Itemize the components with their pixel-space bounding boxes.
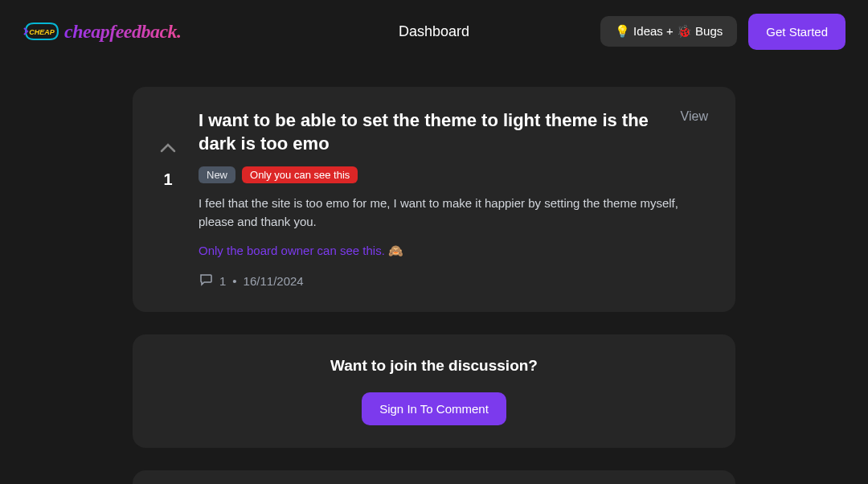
badges: New Only you can see this (199, 166, 708, 183)
comment-icon (199, 273, 213, 289)
get-started-button[interactable]: Get Started (748, 14, 845, 50)
post-header: I want to be able to set the theme to li… (199, 109, 708, 155)
owner-note: Only the board owner can see this. 🙈 (199, 244, 708, 258)
logo[interactable]: CHEAP cheapfeedback. (23, 17, 182, 46)
badge-private: Only you can see this (242, 166, 358, 183)
content: 1 I want to be able to set the theme to … (133, 63, 735, 484)
signin-comment-button[interactable]: Sign In To Comment (362, 392, 506, 425)
badge-new: New (199, 166, 235, 183)
post-title: I want to be able to set the theme to li… (199, 109, 681, 155)
discussion-card: Want to join the discussion? Sign In To … (133, 334, 735, 448)
post-date: 16/11/2024 (244, 274, 304, 288)
reply-card: I think this is a fantastic idea, thank … (133, 470, 735, 484)
post-content: I want to be able to set the theme to li… (199, 109, 708, 289)
discussion-title: Want to join the discussion? (160, 357, 708, 375)
svg-text:CHEAP: CHEAP (29, 28, 55, 36)
nav-dashboard[interactable]: Dashboard (399, 23, 469, 40)
header: CHEAP cheapfeedback. Dashboard 💡 Ideas +… (0, 0, 868, 63)
post-card: 1 I want to be able to set the theme to … (133, 87, 735, 312)
header-right: 💡 Ideas + 🐞 Bugs Get Started (600, 14, 845, 50)
upvote-icon[interactable] (160, 142, 176, 156)
vote-count: 1 (163, 170, 172, 189)
logo-text: cheapfeedback. (64, 21, 182, 43)
meta-separator: • (232, 274, 236, 288)
ideas-bugs-button[interactable]: 💡 Ideas + 🐞 Bugs (600, 16, 737, 47)
view-link[interactable]: View (681, 109, 708, 124)
comment-count: 1 (219, 274, 226, 288)
post-meta: 1 • 16/11/2024 (199, 273, 708, 289)
logo-icon: CHEAP (23, 17, 61, 46)
post-body: I feel that the site is too emo for me, … (199, 195, 708, 231)
vote-column: 1 (160, 109, 176, 289)
